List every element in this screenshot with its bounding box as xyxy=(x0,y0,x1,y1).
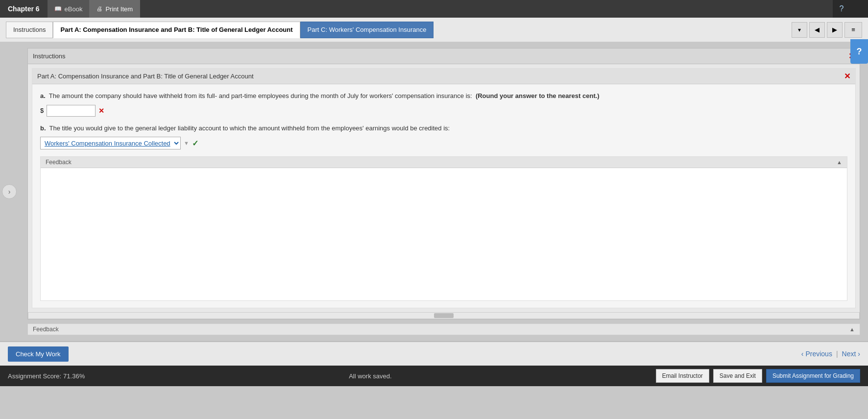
nav-menu-button[interactable]: ≡ xyxy=(844,22,862,38)
menu-icon: ≡ xyxy=(851,26,855,33)
email-instructor-button[interactable]: Email Instructor xyxy=(656,369,709,383)
nav-prev-icon: ◀ xyxy=(815,26,820,33)
dollar-sign: $ xyxy=(40,107,44,114)
main-content: › Instructions ✕ Part A: Compensation In… xyxy=(0,42,868,341)
print-tab[interactable]: 🖨 Print Item xyxy=(90,0,140,18)
correct-icon: ✓ xyxy=(192,139,198,148)
question-a-body: The amount the company should have withh… xyxy=(49,92,472,99)
nav-next-icon: ▶ xyxy=(832,26,837,33)
side-expand-button[interactable]: › xyxy=(2,184,17,199)
answer-a-input[interactable] xyxy=(47,105,96,117)
prev-arrow-icon: ‹ xyxy=(801,350,804,358)
outer-feedback-collapse[interactable]: ▲ xyxy=(849,326,855,332)
part-a-title: Part A: Compensation Insurance and Part … xyxy=(37,73,254,80)
wrong-icon: ✕ xyxy=(98,107,104,115)
feedback-inner-collapse[interactable]: ▲ xyxy=(837,159,842,165)
question-b-body: The title you would give to the general … xyxy=(49,124,450,132)
right-arrow-icon: › xyxy=(8,188,11,196)
tab-parta[interactable]: Part A: Compensation Insurance and Part … xyxy=(53,22,300,38)
part-a-header: Part A: Compensation Insurance and Part … xyxy=(32,69,855,84)
tab-navigation: Instructions Part A: Compensation Insura… xyxy=(0,18,868,42)
answer-b-row: Workers' Compensation Insurance Collecte… xyxy=(40,137,847,149)
prev-next-controls: ‹ Previous | Next › xyxy=(801,350,860,358)
next-button[interactable]: Next › xyxy=(842,350,860,358)
horizontal-scrollbar[interactable] xyxy=(28,312,860,319)
nav-prev-button[interactable]: ◀ xyxy=(809,22,825,38)
feedback-inner-header: Feedback ▲ xyxy=(41,157,847,168)
status-bar: Assignment Score: 71.36% All work saved.… xyxy=(0,366,868,386)
outer-feedback-bar: Feedback ▲ xyxy=(27,323,860,335)
dropdown-arrow-icon: ▼ xyxy=(184,140,189,146)
ebook-icon: 📖 xyxy=(54,5,62,12)
next-arrow-icon: › xyxy=(858,350,860,358)
feedback-inner-label: Feedback xyxy=(46,159,72,166)
help-sidebar-button[interactable]: ? xyxy=(850,39,868,64)
score-label: Assignment Score: xyxy=(8,372,61,380)
submit-assignment-button[interactable]: Submit Assignment for Grading xyxy=(766,369,860,383)
question-a-text: a. The amount the company should have wi… xyxy=(40,91,847,101)
next-label: Next xyxy=(842,350,856,358)
chevron-down-icon: ▾ xyxy=(798,26,801,33)
top-bar: Chapter 6 📖 eBook 🖨 Print Item ? xyxy=(0,0,868,18)
tab-parta-label: Part A: Compensation Insurance and Part … xyxy=(60,26,292,33)
print-icon: 🖨 xyxy=(96,5,102,12)
part-a-close-button[interactable]: ✕ xyxy=(844,72,850,81)
answer-b-dropdown[interactable]: Workers' Compensation Insurance Collecte… xyxy=(40,137,181,149)
tab-instructions-label: Instructions xyxy=(13,26,46,33)
feedback-section-inner: Feedback ▲ xyxy=(40,156,847,301)
tab-instructions[interactable]: Instructions xyxy=(6,22,53,38)
feedback-inner-body xyxy=(41,168,847,300)
previous-button[interactable]: ‹ Previous xyxy=(801,350,832,358)
question-b-text: b. The title you would give to the gener… xyxy=(40,123,847,133)
bottom-navigation: Check My Work ‹ Previous | Next › xyxy=(0,341,868,366)
score-value: 71.36% xyxy=(63,372,85,380)
instructions-header-title: Instructions xyxy=(33,52,65,60)
question-b-label: b. xyxy=(40,124,46,132)
part-a-section: Part A: Compensation Insurance and Part … xyxy=(32,68,856,308)
part-a-content: a. The amount the company should have wi… xyxy=(32,84,855,308)
instructions-panel-header: Instructions ✕ xyxy=(28,49,860,64)
save-and-exit-button[interactable]: Save and Exit xyxy=(713,369,762,383)
question-a-label: a. xyxy=(40,92,46,99)
chapter-title: Chapter 6 xyxy=(4,0,48,18)
nav-next-button[interactable]: ▶ xyxy=(827,22,843,38)
outer-feedback-label: Feedback xyxy=(33,326,59,333)
print-tab-label: Print Item xyxy=(105,5,133,13)
tab-partc-label: Part C: Workers' Compensation Insurance xyxy=(308,26,427,33)
ebook-tab-label: eBook xyxy=(65,5,83,13)
instructions-panel: Instructions ✕ Part A: Compensation Insu… xyxy=(27,48,860,320)
help-icon[interactable]: ? xyxy=(833,0,850,18)
status-buttons: Email Instructor Save and Exit Submit As… xyxy=(656,369,860,383)
top-right-help xyxy=(850,0,868,18)
ebook-tab[interactable]: 📖 eBook xyxy=(48,0,90,18)
question-a-emphasis: (Round your answer to the nearest cent.) xyxy=(476,92,600,99)
check-my-work-button[interactable]: Check My Work xyxy=(8,346,69,362)
tab-partc[interactable]: Part C: Workers' Compensation Insurance xyxy=(300,22,434,38)
help-sidebar-icon: ? xyxy=(857,47,862,57)
saved-message: All work saved. xyxy=(349,372,391,380)
answer-a-row: $ ✕ xyxy=(40,105,847,117)
previous-label: Previous xyxy=(805,350,832,358)
nav-dropdown-button[interactable]: ▾ xyxy=(792,22,807,38)
scrollbar-thumb xyxy=(434,313,454,318)
prev-next-separator: | xyxy=(836,350,838,358)
